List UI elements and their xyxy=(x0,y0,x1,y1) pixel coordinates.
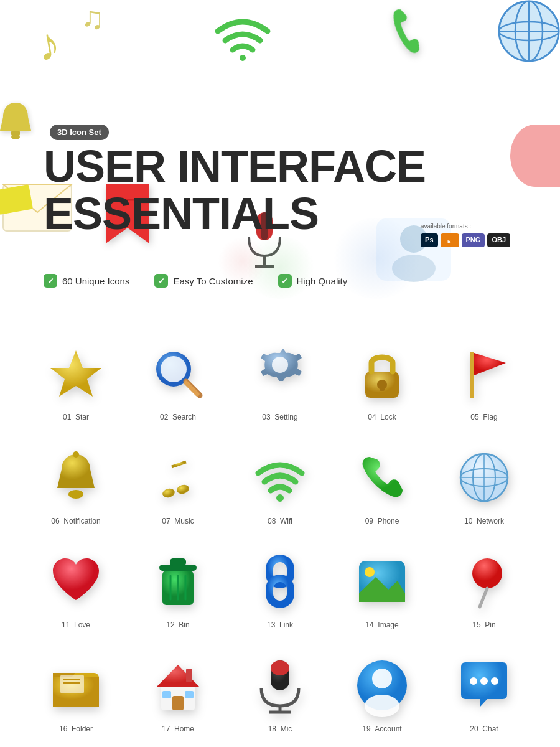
svg-point-0 xyxy=(240,55,246,61)
main-title: USER INTERFACE ESSENTIALS xyxy=(44,143,426,237)
svg-rect-10 xyxy=(0,184,33,215)
svg-point-40 xyxy=(276,494,284,502)
icon-cell-chat: 20_Chat xyxy=(433,642,535,740)
svg-point-58 xyxy=(472,558,502,588)
formats-label: available formats : xyxy=(421,223,471,230)
float-wifi-icon xyxy=(212,12,274,65)
icon-cell-search: 02_Search xyxy=(127,330,229,428)
svg-point-2 xyxy=(515,1,543,61)
icon-cell-mic: 18_Mic xyxy=(229,642,331,740)
feature-unique-icons: ✓ 60 Unique Icons xyxy=(44,274,129,288)
icon-cell-bin: 12_Bin xyxy=(127,538,229,636)
icon-visual-bin xyxy=(144,547,212,616)
feature-label-1: 60 Unique Icons xyxy=(62,276,129,286)
fmt-ps: Ps xyxy=(421,233,437,247)
icon-visual-mic xyxy=(246,651,314,720)
icon-cell-image: 14_Image xyxy=(331,538,433,636)
svg-point-7 xyxy=(11,134,20,139)
svg-point-39 xyxy=(176,484,190,496)
svg-marker-66 xyxy=(156,665,200,687)
icon-cell-phone: 09_Phone xyxy=(331,434,433,532)
icon-label-home: 17_Home xyxy=(162,725,194,733)
icons-grid: 01_Star 02_Search xyxy=(25,330,535,740)
float-globe-icon xyxy=(479,0,560,83)
icon-visual-pin xyxy=(450,547,518,616)
icon-label-bin: 12_Bin xyxy=(166,621,189,629)
svg-marker-22 xyxy=(50,350,101,397)
svg-point-1 xyxy=(499,1,559,61)
icon-label-notification: 06_Notification xyxy=(51,517,100,525)
icon-visual-chat xyxy=(450,651,518,720)
svg-rect-72 xyxy=(271,660,289,675)
icon-visual-home xyxy=(144,651,212,720)
feature-quality: ✓ High Quality xyxy=(278,274,348,288)
icon-visual-phone xyxy=(348,443,416,512)
icon-label-love: 11_Love xyxy=(62,621,90,629)
icon-cell-network: 10_Network xyxy=(433,434,535,532)
fmt-obj: OBJ xyxy=(487,233,510,247)
icon-cell-notification: 06_Notification xyxy=(25,434,127,532)
svg-text:B: B xyxy=(447,238,451,244)
features-list: ✓ 60 Unique Icons ✓ Easy To Customize ✓ … xyxy=(44,274,347,288)
icon-visual-network xyxy=(450,443,518,512)
icon-cell-flag: 05_Flag xyxy=(433,330,535,428)
svg-marker-32 xyxy=(474,353,506,375)
icon-visual-folder xyxy=(42,651,110,720)
svg-point-24 xyxy=(161,356,187,382)
svg-rect-69 xyxy=(185,691,194,698)
icon-label-folder: 16_Folder xyxy=(59,725,93,733)
svg-rect-47 xyxy=(170,558,186,566)
check-icon-1: ✓ xyxy=(44,274,57,288)
icon-cell-setting: 03_Setting xyxy=(229,330,331,428)
icon-label-mic: 18_Mic xyxy=(268,725,292,733)
svg-rect-56 xyxy=(359,593,405,602)
svg-point-76 xyxy=(372,669,392,688)
icon-label-link: 13_Link xyxy=(267,621,293,629)
float-phone-icon xyxy=(371,0,438,73)
svg-point-80 xyxy=(491,677,498,685)
icon-visual-love xyxy=(42,547,110,616)
svg-rect-68 xyxy=(162,691,171,698)
icon-visual-music xyxy=(144,443,212,512)
svg-point-38 xyxy=(162,487,176,499)
icon-label-lock: 04_Lock xyxy=(368,413,396,421)
feature-label-2: Easy To Customize xyxy=(173,276,253,286)
icon-visual-flag xyxy=(450,339,518,408)
format-badges: Ps B PNG OBJ xyxy=(421,233,510,247)
icons-section: 01_Star 02_Search xyxy=(0,324,560,747)
icon-cell-love: 11_Love xyxy=(25,538,127,636)
svg-rect-6 xyxy=(11,131,20,136)
svg-line-37 xyxy=(172,462,186,467)
icon-visual-lock xyxy=(348,339,416,408)
icon-cell-music: 07_Music xyxy=(127,434,229,532)
icon-cell-folder: 16_Folder xyxy=(25,642,127,740)
icon-label-image: 14_Image xyxy=(365,621,398,629)
icon-label-search: 02_Search xyxy=(160,413,196,421)
svg-point-3 xyxy=(499,22,559,40)
svg-point-57 xyxy=(365,567,375,577)
icon-label-phone: 09_Phone xyxy=(365,517,399,525)
icon-cell-lock: 04_Lock xyxy=(331,330,433,428)
icon-label-setting: 03_Setting xyxy=(262,413,297,421)
float-bell-icon xyxy=(0,100,37,152)
svg-rect-30 xyxy=(380,385,385,391)
svg-point-34 xyxy=(73,451,79,458)
icon-visual-notification xyxy=(42,443,110,512)
icon-visual-search xyxy=(144,339,212,408)
icon-visual-account xyxy=(348,651,416,720)
check-icon-2: ✓ xyxy=(154,274,168,288)
icon-label-flag: 05_Flag xyxy=(470,413,497,421)
fmt-blend: B xyxy=(441,233,459,247)
icon-label-star: 01_Star xyxy=(63,413,89,421)
icon-label-chat: 20_Chat xyxy=(470,725,498,733)
icon-visual-setting xyxy=(246,339,314,408)
icon-cell-star: 01_Star xyxy=(25,330,127,428)
icon-visual-link xyxy=(246,547,314,616)
icon-label-network: 10_Network xyxy=(464,517,504,525)
icon-visual-image xyxy=(348,547,416,616)
svg-line-59 xyxy=(480,588,487,607)
icon-visual-star xyxy=(42,339,110,408)
fmt-png: PNG xyxy=(462,233,485,247)
icon-cell-wifi: 08_Wifi xyxy=(229,434,331,532)
icon-cell-home: 17_Home xyxy=(127,642,229,740)
